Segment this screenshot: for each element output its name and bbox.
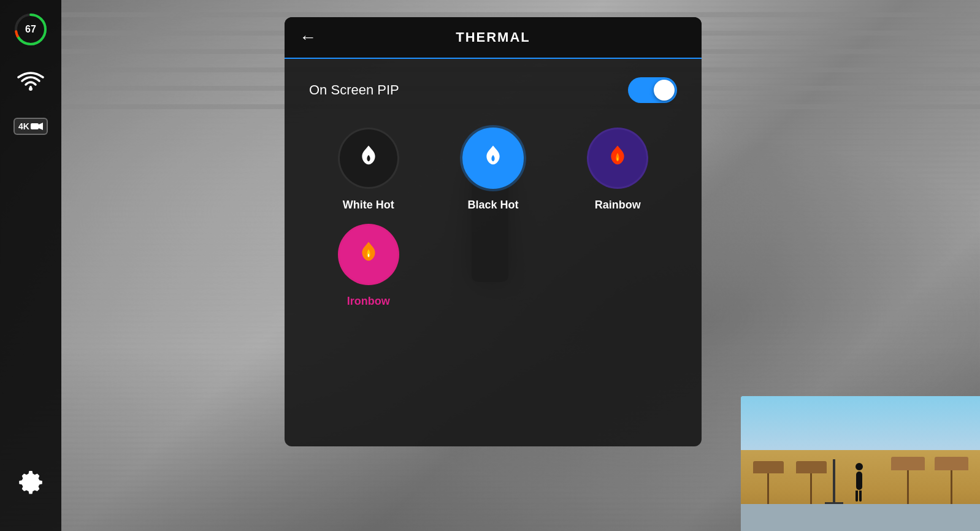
svg-rect-4 [31,123,39,129]
sidebar: 67 4K [0,0,61,531]
pip-road [741,504,980,531]
pip-toggle[interactable] [628,77,677,103]
option-rainbow[interactable]: Rainbow [559,128,677,212]
option-white-hot[interactable]: White Hot [309,128,427,212]
video-camera-icon [31,121,43,131]
thermal-options-grid: White Hot Black Hot [309,128,677,308]
thermal-modal: ← THERMAL On Screen PIP White Hot [285,17,702,446]
pip-person [856,463,863,502]
pip-structures-right [891,457,968,504]
modal-body: On Screen PIP White Hot [285,59,702,326]
ironbow-flame-icon [354,240,383,269]
sidebar-item-battery: 67 [13,12,48,47]
modal-header: ← THERMAL [285,17,702,59]
white-hot-icon-wrap [338,128,399,189]
ironbow-label: Ironbow [347,295,390,308]
ironbow-icon-wrap [338,224,399,285]
pip-pole [825,459,843,504]
pip-row: On Screen PIP [309,77,677,103]
toggle-knob [654,80,675,101]
rainbow-label: Rainbow [595,199,641,212]
white-hot-flame-icon [354,143,383,173]
pip-preview [741,396,980,531]
black-hot-icon-wrap [462,128,524,189]
sidebar-item-settings[interactable] [18,470,43,494]
fourk-label: 4K [18,121,29,131]
battery-indicator: 67 [13,12,48,47]
black-hot-flame-icon [478,143,508,173]
svg-marker-5 [39,123,43,130]
sidebar-item-wifi[interactable] [17,71,44,93]
option-ironbow[interactable]: Ironbow [309,224,427,308]
wifi-icon [17,71,44,93]
battery-value: 67 [25,24,36,35]
rainbow-flame-icon [603,143,632,173]
sidebar-item-4k[interactable]: 4K [13,118,48,135]
back-button[interactable]: ← [299,29,316,46]
modal-title: THERMAL [456,29,530,45]
fourk-badge[interactable]: 4K [13,118,48,135]
rainbow-icon-wrap [587,128,648,189]
pip-structures-left [753,461,827,504]
svg-point-3 [29,87,33,91]
option-black-hot[interactable]: Black Hot [434,128,552,212]
pip-label: On Screen PIP [309,82,399,98]
black-hot-label: Black Hot [467,199,518,212]
white-hot-label: White Hot [343,199,394,212]
pip-sky [741,396,980,457]
pip-scene [741,396,980,531]
gear-icon [18,470,43,494]
